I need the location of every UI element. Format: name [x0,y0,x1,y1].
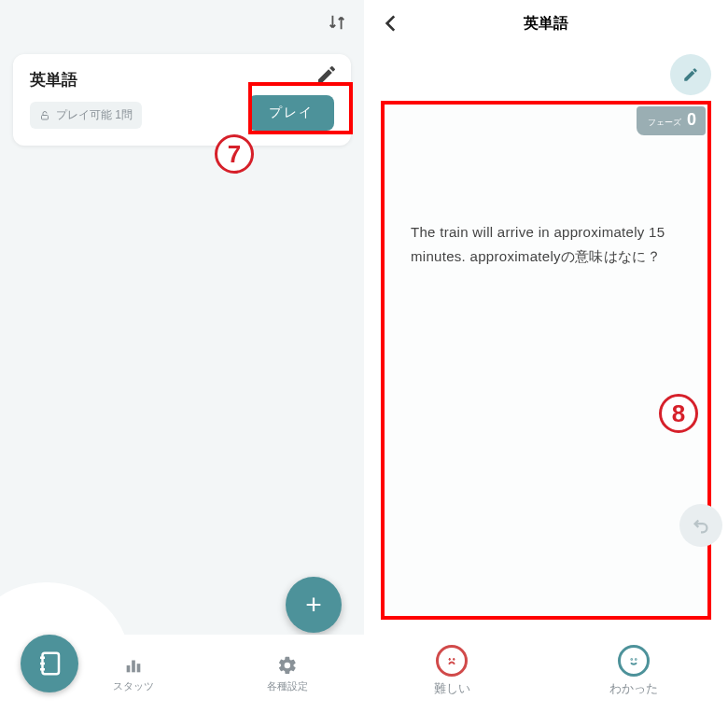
nav-stats-label: スタッツ [113,679,154,693]
flashcard-screen: 英単語 フェーズ 0 The train will arrive in appr… [364,0,728,713]
smile-icon [618,645,650,677]
topbar [0,0,364,45]
svg-point-5 [632,659,633,660]
svg-rect-0 [42,115,49,119]
unlock-icon [39,110,50,121]
deck-list-screen: 英単語 プレイ可能 1問 プレイ 7 + スタッツ 各種設定 [0,0,364,713]
phase-value: 0 [687,110,696,130]
nav-settings[interactable]: 各種設定 [267,655,308,693]
add-deck-button[interactable]: + [286,577,342,633]
svg-rect-1 [126,665,130,672]
question-text: The train will arrive in approximately 1… [411,220,681,268]
answer-hard-button[interactable]: 難しい [434,645,470,697]
svg-rect-4 [43,653,60,675]
phase-badge: フェーズ 0 [637,106,706,135]
page-title: 英単語 [524,14,568,34]
phase-label: フェーズ [648,117,681,129]
svg-rect-3 [136,664,140,672]
edit-card-button[interactable] [670,54,711,95]
flashcard[interactable]: フェーズ 0 The train will arrive in approxim… [381,101,711,620]
answer-ok-button[interactable]: わかった [609,645,658,697]
svg-rect-2 [132,660,135,672]
nav-decks-button[interactable] [21,635,78,692]
undo-icon [691,515,711,536]
nav-stats[interactable]: スタッツ [113,655,154,693]
undo-button[interactable] [679,504,722,547]
topbar: 英単語 [364,0,728,47]
back-button[interactable] [379,11,403,35]
annotation-callout-7: 7 [215,134,254,174]
pencil-icon [682,66,699,83]
svg-point-6 [636,659,637,660]
answer-bar: 難しい わかった [364,629,728,713]
nav-settings-label: 各種設定 [267,679,308,693]
hard-label: 難しい [434,680,470,697]
deck-availability-badge: プレイ可能 1問 [30,102,142,129]
annotation-highlight-box [248,82,353,134]
frown-icon [436,645,468,677]
bars-icon [123,655,144,676]
notebook-icon [35,650,63,678]
annotation-callout-8: 8 [659,394,698,433]
ok-label: わかった [609,680,658,697]
gear-icon [277,655,298,676]
badge-text: プレイ可能 1問 [56,107,133,123]
sort-icon[interactable] [327,12,347,33]
